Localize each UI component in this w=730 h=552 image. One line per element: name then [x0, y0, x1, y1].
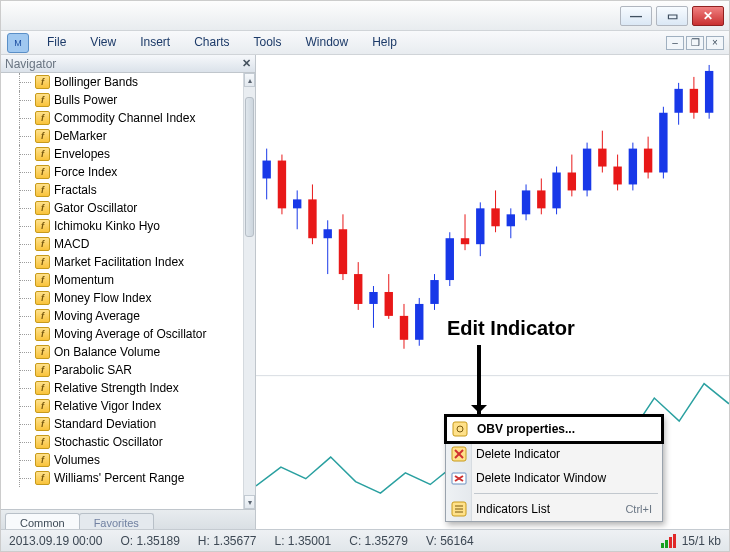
minimize-button[interactable]: —: [620, 6, 652, 26]
status-datetime: 2013.09.19 00:00: [9, 534, 102, 548]
status-high: H: 1.35677: [198, 534, 257, 548]
ctx-delete-indicator-window[interactable]: Delete Indicator Window: [446, 466, 662, 490]
nav-item[interactable]: fRelative Strength Index: [1, 379, 243, 397]
navigator-close-icon[interactable]: ✕: [242, 57, 251, 70]
nav-item[interactable]: fCommodity Channel Index: [1, 109, 243, 127]
nav-item[interactable]: fMACD: [1, 235, 243, 253]
svg-rect-24: [430, 280, 438, 304]
nav-item[interactable]: fBulls Power: [1, 91, 243, 109]
indicator-icon: f: [35, 273, 50, 287]
indicator-icon: f: [35, 435, 50, 449]
ctx-delete-indicator[interactable]: Delete Indicator: [446, 442, 662, 466]
svg-rect-12: [339, 229, 347, 274]
svg-rect-61: [453, 422, 467, 436]
nav-item[interactable]: fBollinger Bands: [1, 73, 243, 91]
nav-item[interactable]: fMoving Average of Oscillator: [1, 325, 243, 343]
svg-rect-58: [690, 89, 698, 113]
nav-item[interactable]: fOn Balance Volume: [1, 343, 243, 361]
nav-item-label: Standard Deviation: [54, 417, 156, 431]
ctx-indicators-list[interactable]: Indicators List Ctrl+I: [446, 497, 662, 521]
menu-tools[interactable]: Tools: [242, 31, 294, 54]
ctx-obv-properties[interactable]: OBV properties...: [444, 414, 664, 444]
status-volume: V: 56164: [426, 534, 474, 548]
navigator-scrollbar[interactable]: ▴ ▾: [243, 73, 255, 509]
indicator-icon: f: [35, 255, 50, 269]
indicator-icon: f: [35, 291, 50, 305]
svg-rect-54: [659, 113, 667, 173]
ctx-properties-label: OBV properties...: [477, 422, 575, 436]
svg-rect-2: [262, 161, 270, 179]
connection-status[interactable]: 15/1 kb: [661, 534, 721, 548]
nav-item-label: Market Facilitation Index: [54, 255, 184, 269]
navigator-panel: Navigator ✕ fBollinger BandsfBulls Power…: [1, 55, 256, 531]
navigator-tree: fBollinger BandsfBulls PowerfCommodity C…: [1, 73, 255, 509]
svg-rect-56: [674, 89, 682, 113]
nav-item[interactable]: fVolumes: [1, 451, 243, 469]
nav-item-label: On Balance Volume: [54, 345, 160, 359]
menu-window[interactable]: Window: [294, 31, 361, 54]
menu-view[interactable]: View: [78, 31, 128, 54]
nav-item[interactable]: fIchimoku Kinko Hyo: [1, 217, 243, 235]
menu-insert[interactable]: Insert: [128, 31, 182, 54]
svg-rect-8: [308, 199, 316, 238]
navigator-tabs: Common Favorites: [1, 509, 255, 531]
nav-item-label: Volumes: [54, 453, 100, 467]
indicator-icon: f: [35, 327, 50, 341]
menu-charts[interactable]: Charts: [182, 31, 241, 54]
scroll-down-button[interactable]: ▾: [244, 495, 255, 509]
indicator-icon: f: [35, 237, 50, 251]
close-button[interactable]: ✕: [692, 6, 724, 26]
nav-item[interactable]: fMoney Flow Index: [1, 289, 243, 307]
nav-item[interactable]: fMoving Average: [1, 307, 243, 325]
maximize-button[interactable]: ▭: [656, 6, 688, 26]
nav-item[interactable]: fMarket Facilitation Index: [1, 253, 243, 271]
navigator-title: Navigator: [5, 57, 56, 71]
mdi-minimize-button[interactable]: –: [666, 36, 684, 50]
scroll-thumb[interactable]: [245, 97, 254, 237]
nav-item-label: Bollinger Bands: [54, 75, 138, 89]
nav-item[interactable]: fWilliams' Percent Range: [1, 469, 243, 487]
ctx-delete-ind-label: Delete Indicator: [476, 447, 560, 461]
mdi-restore-button[interactable]: ❐: [686, 36, 704, 50]
indicator-icon: f: [35, 471, 50, 485]
nav-item-label: Momentum: [54, 273, 114, 287]
nav-item[interactable]: fParabolic SAR: [1, 361, 243, 379]
nav-item[interactable]: fStochastic Oscillator: [1, 433, 243, 451]
annotation-label: Edit Indicator: [447, 317, 575, 340]
menu-file[interactable]: File: [35, 31, 78, 54]
nav-item-label: Stochastic Oscillator: [54, 435, 163, 449]
annotation-arrow: [477, 345, 481, 419]
window-titlebar: — ▭ ✕: [1, 1, 729, 31]
svg-rect-60: [705, 71, 713, 113]
svg-rect-20: [400, 316, 408, 340]
scroll-up-button[interactable]: ▴: [244, 73, 255, 87]
nav-item[interactable]: fMomentum: [1, 271, 243, 289]
ctx-delete-win-label: Delete Indicator Window: [476, 471, 606, 485]
nav-item-label: Force Index: [54, 165, 117, 179]
nav-item[interactable]: fForce Index: [1, 163, 243, 181]
status-bar: 2013.09.19 00:00 O: 1.35189 H: 1.35677 L…: [1, 529, 729, 551]
indicator-icon: f: [35, 183, 50, 197]
nav-item[interactable]: fFractals: [1, 181, 243, 199]
nav-item[interactable]: fEnvelopes: [1, 145, 243, 163]
nav-item[interactable]: fGator Oscillator: [1, 199, 243, 217]
indicator-icon: f: [35, 111, 50, 125]
svg-rect-16: [369, 292, 377, 304]
svg-rect-46: [598, 149, 606, 167]
nav-item[interactable]: fRelative Vigor Index: [1, 397, 243, 415]
svg-rect-42: [568, 173, 576, 191]
nav-item[interactable]: fDeMarker: [1, 127, 243, 145]
nav-item[interactable]: fStandard Deviation: [1, 415, 243, 433]
indicator-icon: f: [35, 381, 50, 395]
indicator-icon: f: [35, 75, 50, 89]
svg-rect-40: [552, 173, 560, 209]
indicator-icon: f: [35, 165, 50, 179]
mdi-close-button[interactable]: ×: [706, 36, 724, 50]
svg-rect-52: [644, 149, 652, 173]
nav-item-label: Parabolic SAR: [54, 363, 132, 377]
nav-item-label: MACD: [54, 237, 89, 251]
status-low: L: 1.35001: [275, 534, 332, 548]
svg-rect-30: [476, 208, 484, 244]
indicator-icon: f: [35, 219, 50, 233]
menu-help[interactable]: Help: [360, 31, 409, 54]
